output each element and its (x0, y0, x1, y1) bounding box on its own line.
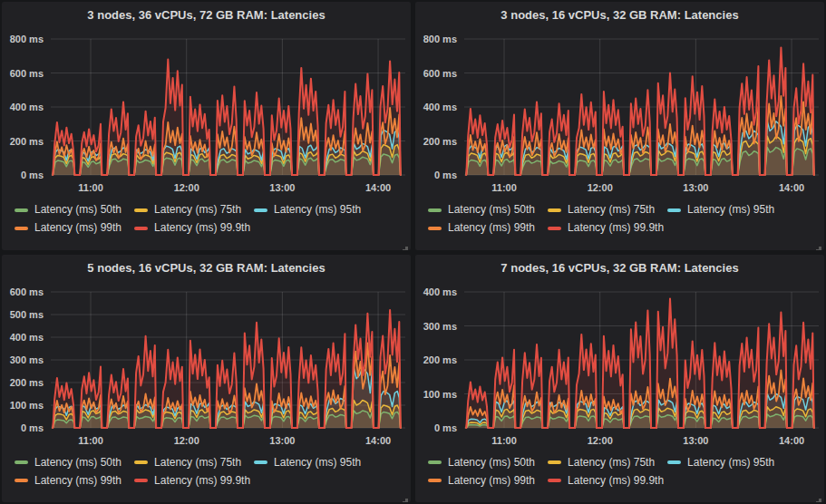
legend-label: Latency (ms) 50th (448, 454, 535, 471)
legend-item-p99[interactable]: Latency (ms) 99th (15, 219, 121, 237)
legend: Latency (ms) 50th Latency (ms) 75th Late… (2, 201, 411, 237)
series-color-swatch-icon (134, 479, 148, 482)
panel-title[interactable]: 5 nodes, 16 vCPUs, 32 GB RAM: Latencies (2, 255, 411, 278)
legend-item-p95[interactable]: Latency (ms) 95th (254, 454, 361, 471)
legend-label: Latency (ms) 99.9th (568, 219, 664, 237)
resize-handle-icon[interactable] (812, 239, 821, 248)
legend-label: Latency (ms) 99th (34, 219, 121, 237)
y-axis-tick-label: 400 ms (10, 102, 44, 112)
panel-title[interactable]: 3 nodes, 16 vCPUs, 32 GB RAM: Latencies (415, 2, 824, 25)
latency-chart: 0 ms200 ms400 ms600 ms800 ms11:0012:0013… (415, 26, 824, 199)
legend-label: Latency (ms) 99th (448, 472, 535, 489)
series-color-swatch-icon (428, 460, 442, 464)
legend-item-p75[interactable]: Latency (ms) 75th (548, 454, 655, 471)
y-axis-tick-label: 200 ms (423, 354, 457, 365)
legend-item-p75[interactable]: Latency (ms) 75th (548, 201, 655, 218)
y-axis-tick-label: 400 ms (423, 286, 457, 297)
y-axis-tick-label: 300 ms (423, 320, 457, 331)
chart-canvas[interactable]: 0 ms100 ms200 ms300 ms400 ms500 ms600 ms… (2, 279, 411, 451)
legend-label: Latency (ms) 50th (34, 454, 121, 471)
legend-item-p999[interactable]: Latency (ms) 99.9th (548, 472, 664, 489)
chart-canvas[interactable]: 0 ms100 ms200 ms300 ms400 ms11:0012:0013… (415, 279, 824, 451)
y-axis-tick-label: 600 ms (10, 286, 44, 297)
x-axis-tick-label: 14:00 (365, 435, 391, 446)
legend-label: Latency (ms) 75th (568, 454, 655, 471)
x-axis-tick-label: 11:00 (491, 435, 517, 446)
series-color-swatch-icon (667, 460, 681, 464)
legend-label: Latency (ms) 75th (154, 201, 241, 218)
legend-label: Latency (ms) 99.9th (568, 472, 664, 489)
y-axis-tick-label: 400 ms (10, 332, 44, 343)
legend-item-p99[interactable]: Latency (ms) 99th (428, 219, 535, 237)
series-color-swatch-icon (548, 479, 561, 482)
y-axis-tick-label: 500 ms (10, 309, 44, 320)
series-color-swatch-icon (667, 208, 681, 212)
y-axis-tick-label: 200 ms (423, 136, 457, 147)
series-color-swatch-icon (15, 208, 28, 212)
panel-title[interactable]: 7 nodes, 16 vCPUs, 32 GB RAM: Latencies (415, 255, 824, 278)
series-color-swatch-icon (548, 208, 561, 212)
chart-canvas[interactable]: 0 ms200 ms400 ms600 ms800 ms11:0012:0013… (415, 26, 824, 199)
legend-label: Latency (ms) 75th (154, 454, 241, 471)
series-color-swatch-icon (428, 479, 442, 482)
legend-item-p50[interactable]: Latency (ms) 50th (428, 454, 535, 471)
latency-chart: 0 ms100 ms200 ms300 ms400 ms500 ms600 ms… (2, 279, 411, 451)
series-color-swatch-icon (254, 208, 267, 212)
y-axis-tick-label: 0 ms (21, 422, 44, 433)
latency-panel-1: 3 nodes, 36 vCPUs, 72 GB RAM: Latencies … (2, 2, 411, 250)
x-axis-tick-label: 11:00 (78, 182, 103, 193)
x-axis-tick-label: 12:00 (174, 182, 199, 193)
y-axis-tick-label: 0 ms (434, 170, 457, 180)
x-axis-tick-label: 13:00 (269, 182, 295, 193)
y-axis-tick-label: 300 ms (10, 354, 44, 365)
legend-item-p99[interactable]: Latency (ms) 99th (428, 472, 535, 489)
legend-item-p95[interactable]: Latency (ms) 95th (667, 454, 774, 471)
legend-item-p75[interactable]: Latency (ms) 75th (134, 454, 241, 471)
legend-label: Latency (ms) 99th (448, 219, 535, 237)
series-color-swatch-icon (134, 208, 148, 212)
chart-canvas[interactable]: 0 ms200 ms400 ms600 ms800 ms11:0012:0013… (2, 26, 411, 199)
x-axis-tick-label: 14:00 (779, 435, 804, 446)
x-axis-tick-label: 11:00 (78, 435, 103, 446)
dashboard-grid: 3 nodes, 36 vCPUs, 72 GB RAM: Latencies … (0, 0, 826, 504)
legend-item-p95[interactable]: Latency (ms) 95th (254, 201, 361, 218)
series-color-swatch-icon (548, 460, 561, 464)
y-axis-tick-label: 800 ms (10, 34, 44, 44)
y-axis-tick-label: 100 ms (423, 388, 457, 399)
legend-label: Latency (ms) 95th (687, 201, 774, 218)
x-axis-tick-label: 14:00 (779, 182, 804, 193)
x-axis-tick-label: 11:00 (491, 182, 517, 193)
y-axis-tick-label: 100 ms (10, 400, 44, 411)
latency-chart: 0 ms200 ms400 ms600 ms800 ms11:0012:0013… (2, 26, 411, 199)
y-axis-tick-label: 400 ms (423, 102, 457, 112)
legend-label: Latency (ms) 75th (568, 201, 655, 218)
legend-label: Latency (ms) 95th (274, 201, 361, 218)
legend-item-p50[interactable]: Latency (ms) 50th (428, 201, 535, 218)
legend-item-p99[interactable]: Latency (ms) 99th (15, 472, 121, 489)
legend-label: Latency (ms) 95th (274, 454, 361, 471)
x-axis-tick-label: 13:00 (683, 435, 708, 446)
x-axis-tick-label: 12:00 (588, 182, 613, 193)
panel-title[interactable]: 3 nodes, 36 vCPUs, 72 GB RAM: Latencies (2, 2, 411, 25)
legend-item-p999[interactable]: Latency (ms) 99.9th (134, 219, 250, 237)
x-axis-tick-label: 13:00 (269, 435, 295, 446)
legend-item-p999[interactable]: Latency (ms) 99.9th (548, 219, 664, 237)
legend-item-p75[interactable]: Latency (ms) 75th (134, 201, 241, 218)
latency-panel-4: 7 nodes, 16 vCPUs, 32 GB RAM: Latencies … (415, 255, 824, 503)
legend-label: Latency (ms) 50th (34, 201, 121, 218)
y-axis-tick-label: 600 ms (10, 68, 44, 79)
legend-item-p999[interactable]: Latency (ms) 99.9th (134, 472, 250, 489)
legend-item-p50[interactable]: Latency (ms) 50th (15, 454, 121, 471)
series-fill-p999 (466, 298, 813, 428)
legend: Latency (ms) 50th Latency (ms) 75th Late… (415, 201, 824, 237)
series-color-swatch-icon (548, 227, 561, 230)
resize-handle-icon[interactable] (812, 491, 821, 500)
resize-handle-icon[interactable] (399, 239, 408, 248)
series-color-swatch-icon (254, 460, 267, 464)
resize-handle-icon[interactable] (399, 491, 408, 500)
legend-item-p95[interactable]: Latency (ms) 95th (667, 201, 774, 218)
latency-panel-2: 3 nodes, 16 vCPUs, 32 GB RAM: Latencies … (415, 2, 824, 250)
y-axis-tick-label: 200 ms (10, 136, 44, 147)
legend-item-p50[interactable]: Latency (ms) 50th (15, 201, 121, 218)
legend-label: Latency (ms) 99th (34, 472, 121, 489)
